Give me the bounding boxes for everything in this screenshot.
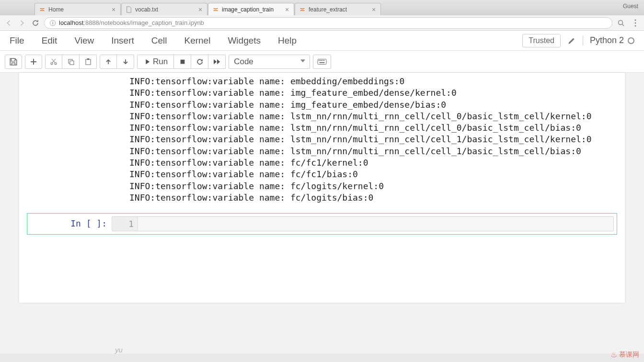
svg-point-6 bbox=[635, 22, 636, 23]
jupyter-icon bbox=[299, 6, 306, 13]
menu-kernel[interactable]: Kernel bbox=[184, 35, 210, 46]
menu-help[interactable]: Help bbox=[278, 35, 297, 46]
kernel-indicator: Python 2 bbox=[583, 35, 634, 45]
restart-run-all-button[interactable] bbox=[208, 55, 226, 69]
browser-tab[interactable]: feature_extract× bbox=[295, 3, 381, 15]
move-down-button[interactable] bbox=[117, 55, 134, 69]
insert-cell-button[interactable] bbox=[25, 55, 42, 69]
menu-insert[interactable]: Insert bbox=[111, 35, 134, 46]
address-bar[interactable]: localhost:8888/notebooks/image_caption_t… bbox=[44, 17, 612, 29]
svg-rect-14 bbox=[180, 59, 184, 64]
tab-close-icon[interactable]: × bbox=[284, 7, 290, 12]
browser-chrome: Home×vocab.txt×image_caption_train×featu… bbox=[0, 0, 644, 31]
browser-tabs-bar: Home×vocab.txt×image_caption_train×featu… bbox=[0, 0, 644, 15]
cell-prompt: In [ ]: bbox=[30, 216, 112, 231]
svg-rect-1 bbox=[52, 23, 53, 24]
url-path: /notebooks/image_caption_train.ipynb bbox=[99, 19, 204, 26]
menu-edit[interactable]: Edit bbox=[42, 35, 58, 46]
zoom-icon[interactable] bbox=[616, 18, 626, 28]
paste-button[interactable] bbox=[80, 55, 97, 69]
svg-point-9 bbox=[55, 63, 57, 65]
tab-close-icon[interactable]: × bbox=[371, 7, 377, 12]
tab-title: Home bbox=[48, 6, 111, 13]
svg-rect-2 bbox=[52, 21, 53, 22]
code-input[interactable]: 1 bbox=[112, 216, 614, 231]
url-port: :8888 bbox=[83, 19, 99, 26]
info-icon bbox=[49, 20, 56, 26]
back-button[interactable] bbox=[4, 18, 13, 28]
line-number: 1 bbox=[112, 217, 138, 231]
svg-rect-18 bbox=[321, 60, 322, 61]
forward-button[interactable] bbox=[17, 18, 27, 28]
notebook-app: FileEditViewInsertCellKernelWidgetsHelp … bbox=[0, 31, 644, 354]
svg-line-4 bbox=[622, 24, 624, 26]
menu-file[interactable]: File bbox=[10, 35, 24, 46]
flame-icon: ♨ bbox=[610, 350, 617, 359]
menu-icon[interactable] bbox=[631, 18, 640, 28]
svg-rect-16 bbox=[319, 60, 320, 61]
copy-button[interactable] bbox=[62, 55, 80, 69]
svg-point-5 bbox=[635, 19, 636, 21]
tab-title: feature_extract bbox=[309, 6, 371, 13]
tab-title: vocab.txt bbox=[135, 6, 197, 13]
notebook-toolbar: Run Code bbox=[0, 51, 644, 73]
tab-title: image_caption_train bbox=[222, 6, 284, 13]
cell-output: INFO:tensorflow:variable name: embedding… bbox=[19, 73, 625, 208]
run-label: Run bbox=[153, 57, 168, 67]
menu-cell[interactable]: Cell bbox=[151, 35, 167, 46]
svg-rect-11 bbox=[70, 61, 74, 65]
browser-tab[interactable]: Home× bbox=[34, 3, 121, 15]
svg-rect-13 bbox=[87, 58, 89, 60]
trusted-button[interactable]: Trusted bbox=[522, 34, 561, 47]
command-palette-button[interactable] bbox=[313, 55, 331, 69]
kernel-name: Python 2 bbox=[590, 35, 624, 45]
tab-close-icon[interactable]: × bbox=[197, 7, 203, 12]
notebook-page: INFO:tensorflow:variable name: embedding… bbox=[19, 73, 625, 303]
footer-text: yu bbox=[115, 346, 644, 354]
code-text[interactable] bbox=[138, 217, 613, 231]
file-icon bbox=[126, 6, 132, 13]
cell-type-select[interactable]: Code bbox=[229, 55, 310, 69]
interrupt-button[interactable] bbox=[174, 55, 191, 69]
guest-label: Guest bbox=[623, 3, 638, 10]
save-button[interactable] bbox=[5, 55, 22, 69]
tab-close-icon[interactable]: × bbox=[111, 7, 116, 12]
svg-rect-12 bbox=[86, 59, 91, 65]
browser-tab[interactable]: image_caption_train× bbox=[208, 3, 294, 15]
svg-rect-19 bbox=[322, 60, 323, 61]
svg-rect-15 bbox=[318, 59, 326, 64]
svg-rect-17 bbox=[320, 60, 321, 61]
url-host: localhost bbox=[59, 19, 83, 26]
svg-rect-21 bbox=[320, 62, 325, 63]
restart-button[interactable] bbox=[191, 55, 208, 69]
jupyter-icon bbox=[212, 6, 219, 13]
code-cell[interactable]: In [ ]: 1 bbox=[27, 213, 617, 235]
edit-icon[interactable] bbox=[567, 36, 576, 45]
jupyter-icon bbox=[39, 6, 46, 13]
menu-view[interactable]: View bbox=[74, 35, 94, 46]
reload-button[interactable] bbox=[31, 18, 40, 28]
menu-widgets[interactable]: Widgets bbox=[228, 35, 261, 46]
svg-point-8 bbox=[51, 63, 53, 65]
notebook-menubar: FileEditViewInsertCellKernelWidgetsHelp … bbox=[0, 31, 644, 51]
move-up-button[interactable] bbox=[100, 55, 117, 69]
kernel-status-icon bbox=[628, 37, 634, 44]
run-button[interactable]: Run bbox=[137, 55, 174, 69]
svg-point-3 bbox=[619, 20, 623, 24]
svg-point-7 bbox=[635, 25, 636, 26]
watermark: ♨ 慕课网 bbox=[610, 350, 639, 359]
svg-rect-20 bbox=[324, 60, 325, 61]
cut-button[interactable] bbox=[45, 55, 62, 69]
browser-tab[interactable]: vocab.txt× bbox=[121, 3, 207, 15]
address-bar-row: localhost:8888/notebooks/image_caption_t… bbox=[0, 15, 644, 31]
